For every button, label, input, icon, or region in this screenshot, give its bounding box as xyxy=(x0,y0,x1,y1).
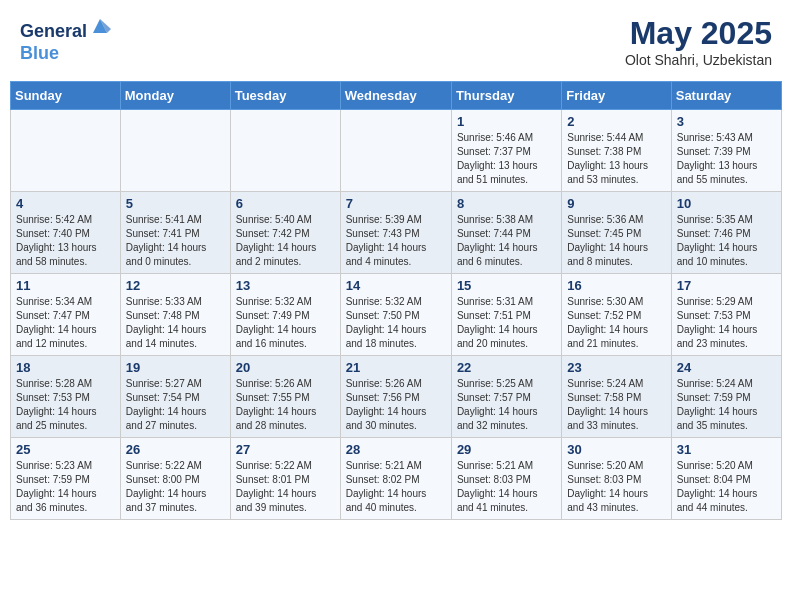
day-number: 21 xyxy=(346,360,446,375)
day-info: Sunrise: 5:33 AM Sunset: 7:48 PM Dayligh… xyxy=(126,295,225,351)
calendar-cell xyxy=(11,110,121,192)
day-info: Sunrise: 5:27 AM Sunset: 7:54 PM Dayligh… xyxy=(126,377,225,433)
day-number: 19 xyxy=(126,360,225,375)
day-number: 29 xyxy=(457,442,556,457)
day-info: Sunrise: 5:24 AM Sunset: 7:59 PM Dayligh… xyxy=(677,377,776,433)
month-title: May 2025 xyxy=(625,15,772,52)
calendar-cell: 4Sunrise: 5:42 AM Sunset: 7:40 PM Daylig… xyxy=(11,192,121,274)
day-number: 5 xyxy=(126,196,225,211)
calendar-cell: 19Sunrise: 5:27 AM Sunset: 7:54 PM Dayli… xyxy=(120,356,230,438)
day-number: 18 xyxy=(16,360,115,375)
day-number: 28 xyxy=(346,442,446,457)
calendar-cell: 25Sunrise: 5:23 AM Sunset: 7:59 PM Dayli… xyxy=(11,438,121,520)
page-header: General Blue May 2025 Olot Shahri, Uzbek… xyxy=(10,10,782,73)
day-number: 16 xyxy=(567,278,665,293)
logo: General Blue xyxy=(20,15,111,64)
calendar-cell: 7Sunrise: 5:39 AM Sunset: 7:43 PM Daylig… xyxy=(340,192,451,274)
day-info: Sunrise: 5:22 AM Sunset: 8:01 PM Dayligh… xyxy=(236,459,335,515)
calendar-header-row: SundayMondayTuesdayWednesdayThursdayFrid… xyxy=(11,82,782,110)
day-info: Sunrise: 5:28 AM Sunset: 7:53 PM Dayligh… xyxy=(16,377,115,433)
day-info: Sunrise: 5:20 AM Sunset: 8:04 PM Dayligh… xyxy=(677,459,776,515)
day-info: Sunrise: 5:43 AM Sunset: 7:39 PM Dayligh… xyxy=(677,131,776,187)
day-number: 22 xyxy=(457,360,556,375)
calendar-week-2: 4Sunrise: 5:42 AM Sunset: 7:40 PM Daylig… xyxy=(11,192,782,274)
location-subtitle: Olot Shahri, Uzbekistan xyxy=(625,52,772,68)
calendar-cell: 12Sunrise: 5:33 AM Sunset: 7:48 PM Dayli… xyxy=(120,274,230,356)
day-number: 27 xyxy=(236,442,335,457)
calendar-cell xyxy=(120,110,230,192)
day-info: Sunrise: 5:25 AM Sunset: 7:57 PM Dayligh… xyxy=(457,377,556,433)
day-number: 9 xyxy=(567,196,665,211)
day-info: Sunrise: 5:32 AM Sunset: 7:50 PM Dayligh… xyxy=(346,295,446,351)
day-info: Sunrise: 5:38 AM Sunset: 7:44 PM Dayligh… xyxy=(457,213,556,269)
day-header-thursday: Thursday xyxy=(451,82,561,110)
calendar-cell: 13Sunrise: 5:32 AM Sunset: 7:49 PM Dayli… xyxy=(230,274,340,356)
day-info: Sunrise: 5:41 AM Sunset: 7:41 PM Dayligh… xyxy=(126,213,225,269)
day-header-sunday: Sunday xyxy=(11,82,121,110)
day-info: Sunrise: 5:44 AM Sunset: 7:38 PM Dayligh… xyxy=(567,131,665,187)
calendar-cell: 17Sunrise: 5:29 AM Sunset: 7:53 PM Dayli… xyxy=(671,274,781,356)
calendar-cell: 16Sunrise: 5:30 AM Sunset: 7:52 PM Dayli… xyxy=(562,274,671,356)
calendar-cell: 29Sunrise: 5:21 AM Sunset: 8:03 PM Dayli… xyxy=(451,438,561,520)
day-number: 4 xyxy=(16,196,115,211)
calendar-table: SundayMondayTuesdayWednesdayThursdayFrid… xyxy=(10,81,782,520)
calendar-cell: 14Sunrise: 5:32 AM Sunset: 7:50 PM Dayli… xyxy=(340,274,451,356)
calendar-cell: 18Sunrise: 5:28 AM Sunset: 7:53 PM Dayli… xyxy=(11,356,121,438)
day-number: 20 xyxy=(236,360,335,375)
logo-text: General xyxy=(20,15,111,43)
calendar-cell: 1Sunrise: 5:46 AM Sunset: 7:37 PM Daylig… xyxy=(451,110,561,192)
day-info: Sunrise: 5:23 AM Sunset: 7:59 PM Dayligh… xyxy=(16,459,115,515)
day-number: 3 xyxy=(677,114,776,129)
title-block: May 2025 Olot Shahri, Uzbekistan xyxy=(625,15,772,68)
day-number: 13 xyxy=(236,278,335,293)
day-info: Sunrise: 5:39 AM Sunset: 7:43 PM Dayligh… xyxy=(346,213,446,269)
day-number: 1 xyxy=(457,114,556,129)
day-number: 2 xyxy=(567,114,665,129)
day-info: Sunrise: 5:31 AM Sunset: 7:51 PM Dayligh… xyxy=(457,295,556,351)
day-number: 25 xyxy=(16,442,115,457)
calendar-cell: 10Sunrise: 5:35 AM Sunset: 7:46 PM Dayli… xyxy=(671,192,781,274)
day-number: 8 xyxy=(457,196,556,211)
calendar-cell: 28Sunrise: 5:21 AM Sunset: 8:02 PM Dayli… xyxy=(340,438,451,520)
day-info: Sunrise: 5:30 AM Sunset: 7:52 PM Dayligh… xyxy=(567,295,665,351)
day-info: Sunrise: 5:34 AM Sunset: 7:47 PM Dayligh… xyxy=(16,295,115,351)
day-info: Sunrise: 5:22 AM Sunset: 8:00 PM Dayligh… xyxy=(126,459,225,515)
calendar-cell: 6Sunrise: 5:40 AM Sunset: 7:42 PM Daylig… xyxy=(230,192,340,274)
day-info: Sunrise: 5:40 AM Sunset: 7:42 PM Dayligh… xyxy=(236,213,335,269)
calendar-cell: 8Sunrise: 5:38 AM Sunset: 7:44 PM Daylig… xyxy=(451,192,561,274)
day-number: 15 xyxy=(457,278,556,293)
day-info: Sunrise: 5:42 AM Sunset: 7:40 PM Dayligh… xyxy=(16,213,115,269)
calendar-week-1: 1Sunrise: 5:46 AM Sunset: 7:37 PM Daylig… xyxy=(11,110,782,192)
day-header-tuesday: Tuesday xyxy=(230,82,340,110)
day-info: Sunrise: 5:46 AM Sunset: 7:37 PM Dayligh… xyxy=(457,131,556,187)
calendar-cell: 24Sunrise: 5:24 AM Sunset: 7:59 PM Dayli… xyxy=(671,356,781,438)
logo-blue: Blue xyxy=(20,43,111,65)
logo-icon xyxy=(89,15,111,37)
calendar-cell: 9Sunrise: 5:36 AM Sunset: 7:45 PM Daylig… xyxy=(562,192,671,274)
calendar-cell: 11Sunrise: 5:34 AM Sunset: 7:47 PM Dayli… xyxy=(11,274,121,356)
calendar-cell: 21Sunrise: 5:26 AM Sunset: 7:56 PM Dayli… xyxy=(340,356,451,438)
calendar-cell: 2Sunrise: 5:44 AM Sunset: 7:38 PM Daylig… xyxy=(562,110,671,192)
calendar-week-5: 25Sunrise: 5:23 AM Sunset: 7:59 PM Dayli… xyxy=(11,438,782,520)
day-info: Sunrise: 5:26 AM Sunset: 7:55 PM Dayligh… xyxy=(236,377,335,433)
day-info: Sunrise: 5:35 AM Sunset: 7:46 PM Dayligh… xyxy=(677,213,776,269)
day-number: 23 xyxy=(567,360,665,375)
day-number: 17 xyxy=(677,278,776,293)
day-number: 11 xyxy=(16,278,115,293)
day-info: Sunrise: 5:21 AM Sunset: 8:03 PM Dayligh… xyxy=(457,459,556,515)
day-number: 6 xyxy=(236,196,335,211)
calendar-cell: 23Sunrise: 5:24 AM Sunset: 7:58 PM Dayli… xyxy=(562,356,671,438)
day-header-monday: Monday xyxy=(120,82,230,110)
day-number: 7 xyxy=(346,196,446,211)
day-number: 14 xyxy=(346,278,446,293)
calendar-week-3: 11Sunrise: 5:34 AM Sunset: 7:47 PM Dayli… xyxy=(11,274,782,356)
calendar-cell: 27Sunrise: 5:22 AM Sunset: 8:01 PM Dayli… xyxy=(230,438,340,520)
day-header-friday: Friday xyxy=(562,82,671,110)
calendar-cell xyxy=(230,110,340,192)
day-number: 12 xyxy=(126,278,225,293)
calendar-cell xyxy=(340,110,451,192)
calendar-cell: 31Sunrise: 5:20 AM Sunset: 8:04 PM Dayli… xyxy=(671,438,781,520)
day-number: 10 xyxy=(677,196,776,211)
day-number: 26 xyxy=(126,442,225,457)
calendar-cell: 22Sunrise: 5:25 AM Sunset: 7:57 PM Dayli… xyxy=(451,356,561,438)
